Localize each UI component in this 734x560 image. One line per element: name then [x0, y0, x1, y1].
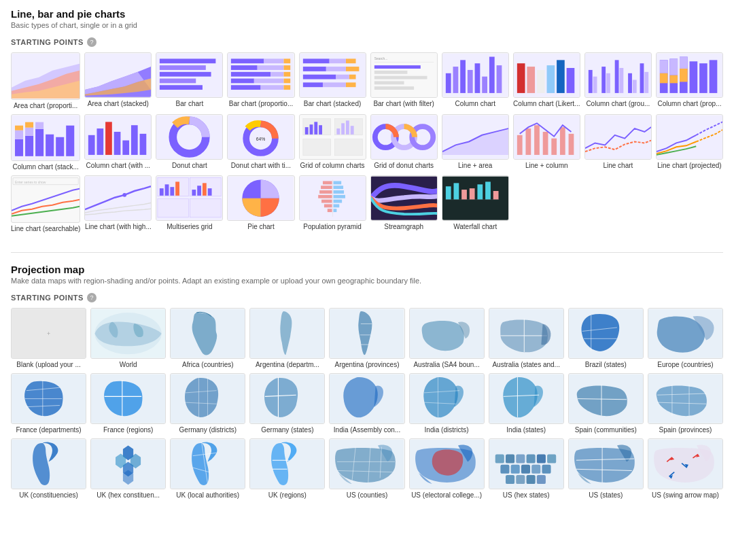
map-india-assembly[interactable]: India (Assembly con... — [329, 373, 404, 434]
svg-rect-10 — [160, 65, 206, 70]
chart-label: Germany (states) — [249, 426, 325, 434]
chart-column[interactable]: Column chart — [442, 52, 509, 110]
svg-rect-191 — [469, 188, 474, 200]
svg-rect-81 — [660, 73, 668, 84]
map-germany-states[interactable]: Germany (states) — [249, 373, 325, 434]
chart-population[interactable]: Population pyramid — [299, 175, 366, 233]
chart-label: Africa (countries) — [170, 361, 245, 369]
map-section-title: Projection map — [11, 264, 723, 275]
svg-rect-28 — [261, 85, 284, 90]
map-spain-provinces[interactable]: Spain (provinces) — [648, 373, 723, 434]
chart-bar-stacked[interactable]: Bar chart (stacked) — [299, 52, 366, 110]
svg-rect-100 — [46, 134, 54, 156]
chart-area-stacked[interactable]: Area chart (stacked) — [84, 52, 152, 110]
chart-line-area[interactable]: Line + area — [442, 114, 509, 172]
svg-rect-167 — [208, 188, 212, 196]
help-icon[interactable]: ? — [87, 37, 97, 47]
chart-bar[interactable]: Bar chart — [156, 52, 223, 110]
chart-line[interactable]: Line chart — [584, 114, 652, 172]
map-us-hex[interactable]: US (hex states) — [489, 438, 564, 500]
chart-grid-donut[interactable]: Grid of donut charts — [370, 114, 438, 172]
svg-rect-88 — [689, 61, 697, 93]
maps-help-icon[interactable]: ? — [87, 293, 97, 302]
svg-rect-144 — [542, 131, 548, 154]
chart-label: Column chart (grou... — [584, 100, 652, 108]
svg-rect-94 — [15, 125, 23, 130]
svg-rect-20 — [284, 65, 291, 70]
chart-column-with[interactable]: Column chart (with ... — [84, 114, 152, 172]
chart-area-proportional[interactable]: Area chart (proporti... — [11, 52, 80, 110]
chart-line-projected[interactable]: Line chart (projected) — [656, 114, 723, 172]
chart-donut-title[interactable]: 64% Donut chart with ti... — [227, 114, 294, 172]
map-us-counties[interactable]: US (counties) — [329, 438, 404, 500]
svg-rect-107 — [114, 131, 121, 154]
svg-rect-124 — [309, 124, 313, 135]
svg-rect-160 — [160, 188, 164, 196]
svg-rect-96 — [25, 127, 33, 135]
chart-waterfall[interactable]: Waterfall chart — [442, 175, 509, 233]
maps-grid: + Blank (upload your ... World — [11, 308, 723, 500]
svg-text:Enter series to show: Enter series to show — [15, 180, 46, 184]
map-us-swing[interactable]: US (swing arrow map) — [648, 438, 723, 500]
map-argentina-prov[interactable]: Argentina (provinces) — [329, 308, 404, 369]
map-europe[interactable]: Europe (countries) — [648, 308, 723, 369]
chart-column-proportional[interactable]: Column chart (prop... — [656, 52, 723, 110]
svg-rect-182 — [324, 204, 332, 207]
chart-column-likert[interactable]: Column chart (Likert... — [513, 52, 580, 110]
svg-rect-126 — [319, 125, 322, 135]
chart-column-grouped[interactable]: Column chart (grou... — [584, 52, 652, 110]
chart-line-highlighted[interactable]: Line chart (with high... — [84, 175, 152, 233]
map-world[interactable]: World — [90, 308, 166, 369]
svg-rect-106 — [105, 122, 112, 155]
svg-rect-161 — [165, 184, 169, 196]
svg-text:Search...: Search... — [374, 57, 387, 60]
map-uk-local[interactable]: UK (local authorities) — [170, 438, 245, 500]
chart-label: Line chart (with high... — [84, 223, 152, 231]
svg-rect-274 — [547, 455, 556, 463]
map-germany-districts[interactable]: Germany (districts) — [170, 373, 245, 434]
chart-line-column[interactable]: Line + column — [513, 114, 580, 172]
chart-donut[interactable]: Donut chart — [156, 114, 223, 172]
map-us-states[interactable]: US (states) — [568, 438, 644, 500]
chart-label: Line chart (searchable) — [11, 225, 80, 233]
map-africa[interactable]: Africa (countries) — [170, 308, 245, 369]
map-brazil[interactable]: Brazil (states) — [568, 308, 644, 369]
chart-bar-proportional[interactable]: Bar chart (proportio... — [227, 52, 294, 110]
chart-grid-column[interactable]: Grid of column charts — [299, 114, 366, 172]
svg-rect-193 — [485, 181, 491, 199]
chart-column-stacked[interactable]: Column chart (stack... — [11, 114, 80, 172]
chart-label: France (departments) — [11, 426, 86, 434]
map-australia-sa4[interactable]: Australia (SA4 boun... — [409, 308, 485, 369]
map-argentina-dept[interactable]: Argentina (departm... — [249, 308, 325, 369]
map-france-dept[interactable]: France (departments) — [11, 373, 86, 434]
svg-rect-55 — [468, 70, 473, 93]
chart-streamgraph[interactable]: Streamgraph — [370, 175, 438, 233]
svg-rect-25 — [254, 79, 284, 84]
map-uk-hex-const[interactable]: UK (hex constituen... — [90, 438, 166, 500]
map-france-regions[interactable]: France (regions) — [90, 373, 166, 434]
svg-rect-34 — [302, 67, 326, 71]
svg-rect-179 — [333, 195, 345, 198]
chart-label: Streamgraph — [370, 223, 438, 231]
map-uk-const[interactable]: UK (constituencies) — [11, 438, 86, 500]
svg-rect-153 — [85, 177, 151, 220]
svg-rect-37 — [302, 75, 336, 80]
map-us-electoral[interactable]: US (electoral college...) — [409, 438, 485, 500]
svg-rect-110 — [140, 133, 147, 154]
chart-label: Bar chart (proportio... — [227, 100, 294, 108]
map-australia-states[interactable]: Australia (states and... — [489, 308, 564, 369]
chart-label: Bar chart (stacked) — [299, 100, 366, 108]
map-uk-regions[interactable]: UK (regions) — [249, 438, 325, 500]
svg-rect-52 — [446, 73, 451, 93]
chart-label: Area chart (stacked) — [84, 100, 152, 108]
chart-multiseries[interactable]: Multiseries grid — [156, 175, 223, 233]
map-blank[interactable]: + Blank (upload your ... — [11, 308, 86, 369]
chart-bar-filter[interactable]: Search... Bar chart (with filter) — [370, 52, 438, 110]
map-india-states[interactable]: India (states) — [489, 373, 564, 434]
chart-line-searchable[interactable]: Enter series to show Line chart (searcha… — [11, 175, 80, 233]
chart-pie[interactable]: Pie chart — [227, 175, 294, 233]
chart-label: Line + column — [513, 162, 580, 170]
map-india-districts[interactable]: India (districts) — [409, 373, 485, 434]
svg-rect-158 — [158, 199, 189, 217]
map-spain-communities[interactable]: Spain (communities) — [568, 373, 644, 434]
